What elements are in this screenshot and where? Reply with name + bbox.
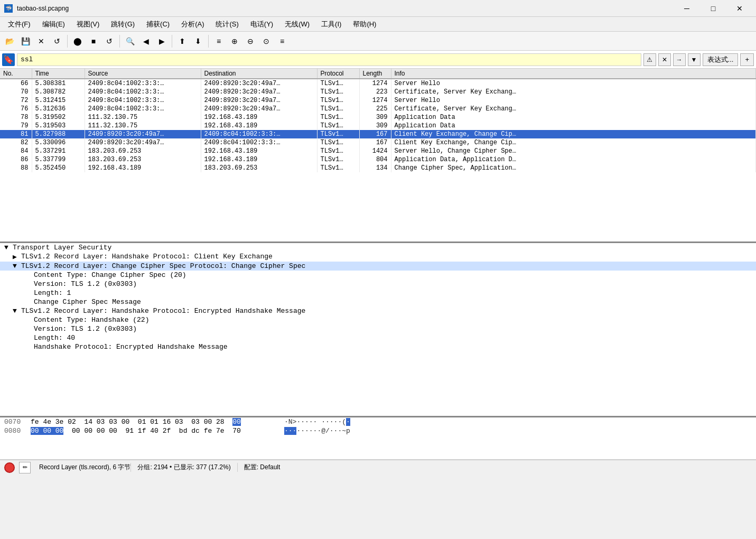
cell-time: 5.330096 (32, 138, 85, 147)
col-source[interactable]: Source (85, 69, 201, 79)
cell-source: 2409:8c04:1002:3:3:… (85, 79, 201, 88)
col-protocol[interactable]: Protocol (317, 69, 359, 79)
toolbar-stop-btn[interactable]: ■ (86, 34, 101, 49)
cell-protocol: TLSv1… (317, 113, 359, 122)
toolbar-prev-btn[interactable]: ◀ (138, 34, 153, 49)
toolbar-zoom-in-btn[interactable]: ⊕ (227, 34, 242, 49)
cell-protocol: TLSv1… (317, 164, 359, 172)
cell-source: 2409:8c04:1002:3:3:… (85, 88, 201, 96)
col-length[interactable]: Length (359, 69, 391, 79)
cell-time: 5.319502 (32, 113, 85, 122)
cell-length: 804 (359, 155, 391, 164)
filter-warning-btn[interactable]: ⚠ (643, 53, 656, 66)
table-row[interactable]: 865.337799183.203.69.253192.168.43.189TL… (0, 155, 756, 164)
toolbar-expand-btn[interactable]: ≡ (275, 34, 290, 49)
cell-time: 5.337291 (32, 147, 85, 155)
toolbar-close-btn[interactable]: ✕ (34, 34, 49, 49)
detail-item-handshake-proto[interactable]: Handshake Protocol: Encrypted Handshake … (0, 342, 756, 351)
table-row[interactable]: 705.3087822409:8c04:1002:3:3:…2409:8920:… (0, 88, 756, 96)
menubar-item-Y[interactable]: 电话(Y) (245, 18, 279, 30)
menubar-item-I[interactable]: 工具(I) (315, 18, 347, 30)
toolbar-sep-1 (67, 35, 68, 48)
table-row[interactable]: 885.352450192.168.43.189183.203.69.253TL… (0, 164, 756, 172)
menubar-item-E[interactable]: 编辑(E) (36, 18, 71, 30)
hex-ascii-highlight: · (346, 418, 350, 426)
close-button[interactable]: ✕ (727, 2, 752, 15)
toolbar-zoom-out-btn[interactable]: ⊖ (243, 34, 258, 49)
table-row[interactable]: 795.319503111.32.130.75192.168.43.189TLS… (0, 122, 756, 130)
table-row[interactable]: 785.319502111.32.130.75192.168.43.189TLS… (0, 113, 756, 122)
filter-input[interactable] (17, 53, 641, 66)
filter-clear-btn[interactable]: ✕ (658, 53, 671, 66)
detail-item-tls-record1[interactable]: ▶TLSv1.2 Record Layer: Handshake Protoco… (0, 252, 756, 262)
minimize-button[interactable]: ─ (675, 2, 699, 15)
status-edit-button[interactable]: ✏ (19, 462, 31, 473)
menubar-item-F[interactable]: 文件(F) (2, 18, 36, 30)
table-row[interactable]: 815.3279882409:8920:3c20:49a7…2409:8c04:… (0, 130, 756, 138)
toolbar-open-btn[interactable]: 📂 (2, 34, 17, 49)
toolbar-save-btn[interactable]: 💾 (18, 34, 33, 49)
add-filter-button[interactable]: + (740, 53, 754, 66)
cell-info: Application Data (391, 122, 756, 130)
cell-info: Server Hello (391, 96, 756, 105)
detail-item-length[interactable]: Length: 1 (0, 289, 756, 298)
detail-item-tls-record2[interactable]: ▼TLSv1.2 Record Layer: Change Cipher Spe… (0, 262, 756, 271)
menubar-item-V[interactable]: 视图(V) (71, 18, 105, 30)
toolbar-zoom-reset-btn[interactable]: ⊙ (259, 34, 274, 49)
cell-destination: 192.168.43.189 (201, 113, 317, 122)
col-no[interactable]: No. (0, 69, 32, 79)
menubar-item-A[interactable]: 分析(A) (175, 18, 210, 30)
cell-protocol: TLSv1… (317, 88, 359, 96)
menubar-item-W[interactable]: 无线(W) (279, 18, 315, 30)
cell-source: 2409:8c04:1002:3:3:… (85, 96, 201, 105)
toolbar-capture-btn[interactable]: ⬤ (70, 34, 85, 49)
toolbar: 📂 💾 ✕ ↺ ⬤ ■ ↺ 🔍 ◀ ▶ ⬆ ⬇ ≡ ⊕ ⊖ ⊙ ≡ (0, 32, 756, 51)
toolbar-jump-down-btn[interactable]: ⬇ (191, 34, 206, 49)
cell-protocol: TLSv1… (317, 130, 359, 138)
menubar-item-S[interactable]: 统计(S) (210, 18, 244, 30)
detail-item-tls[interactable]: ▼Transport Layer Security (0, 243, 756, 252)
detail-item-content-type2[interactable]: Content Type: Handshake (22) (0, 315, 756, 324)
hex-offset-2: 0080 (4, 427, 31, 435)
detail-item-length2[interactable]: Length: 40 (0, 333, 756, 342)
detail-item-version2[interactable]: Version: TLS 1.2 (0x0303) (0, 324, 756, 333)
record-indicator (4, 462, 15, 473)
cell-info: Certificate, Server Key Exchang… (391, 105, 756, 113)
cell-source: 2409:8c04:1002:3:3:… (85, 105, 201, 113)
packet-detail[interactable]: ▼Transport Layer Security▶TLSv1.2 Record… (0, 243, 756, 417)
table-row[interactable]: 845.337291183.203.69.253192.168.43.189TL… (0, 147, 756, 155)
toolbar-next-btn[interactable]: ▶ (154, 34, 169, 49)
detail-item-change-cipher[interactable]: Change Cipher Spec Message (0, 298, 756, 306)
detail-item-version[interactable]: Version: TLS 1.2 (0x0303) (0, 280, 756, 289)
col-info[interactable]: Info (391, 69, 756, 79)
toolbar-find-btn[interactable]: 🔍 (123, 34, 137, 49)
table-row[interactable]: 765.3126362409:8c04:1002:3:3:…2409:8920:… (0, 105, 756, 113)
table-row[interactable]: 725.3124152409:8c04:1002:3:3:…2409:8920:… (0, 96, 756, 105)
toolbar-restart-btn[interactable]: ↺ (102, 34, 117, 49)
filter-arrow-btn[interactable]: → (673, 53, 686, 66)
titlebar: 🦈 taobao-ssl.pcapng ─ □ ✕ (0, 0, 756, 17)
detail-item-content-type[interactable]: Content Type: Change Cipher Spec (20) (0, 271, 756, 280)
cell-destination: 2409:8920:3c20:49a7… (201, 88, 317, 96)
hex-dump[interactable]: 0070 fe 4e 3e 02 14 03 03 00 01 01 16 03… (0, 417, 756, 460)
packet-list[interactable]: No. Time Source Destination Protocol Len… (0, 69, 756, 243)
menubar-item-C[interactable]: 捕获(C) (141, 18, 175, 30)
col-destination[interactable]: Destination (201, 69, 317, 79)
expression-button[interactable]: 表达式... (703, 53, 739, 66)
window-title: taobao-ssl.pcapng (17, 5, 675, 12)
filter-dropdown-btn[interactable]: ▼ (688, 53, 701, 66)
cell-time: 5.337799 (32, 155, 85, 164)
toolbar-reload-btn[interactable]: ↺ (50, 34, 64, 49)
toolbar-jump-btn[interactable]: ⬆ (175, 34, 190, 49)
toolbar-colorize-btn[interactable]: ≡ (211, 34, 226, 49)
table-row[interactable]: 825.3300962409:8920:3c20:49a7…2409:8c04:… (0, 138, 756, 147)
cell-protocol: TLSv1… (317, 79, 359, 88)
maximize-button[interactable]: □ (701, 2, 725, 15)
cell-length: 167 (359, 130, 391, 138)
menubar-item-H[interactable]: 帮助(H) (347, 18, 382, 30)
cell-no: 79 (0, 122, 32, 130)
detail-item-tls-record3[interactable]: ▼TLSv1.2 Record Layer: Handshake Protoco… (0, 306, 756, 315)
table-row[interactable]: 665.3083812409:8c04:1002:3:3:…2409:8920:… (0, 79, 756, 88)
col-time[interactable]: Time (32, 69, 85, 79)
menubar-item-G[interactable]: 跳转(G) (105, 18, 141, 30)
